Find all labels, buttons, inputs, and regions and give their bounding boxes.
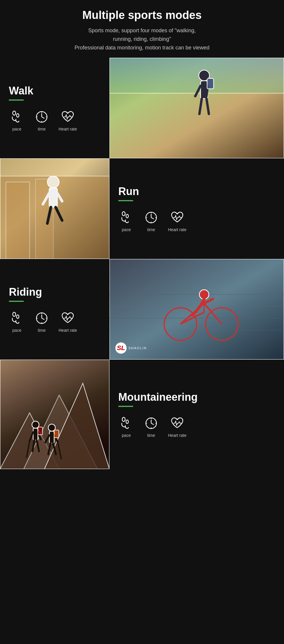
run-heartrate-icon [169, 210, 185, 226]
page-header: Multiple sports modes Sports mode, suppo… [0, 0, 284, 58]
walk-heartrate-label: Heart rate [59, 127, 77, 131]
svg-rect-77 [54, 430, 59, 438]
svg-point-0 [13, 111, 16, 115]
run-time-icon-item: time [143, 210, 159, 232]
walk-photo [109, 58, 284, 158]
run-title: Run [118, 185, 139, 198]
svg-rect-20 [6, 182, 30, 259]
run-pace-icon-item: pace [118, 210, 134, 232]
svg-rect-64 [33, 428, 38, 440]
walk-time-label: time [38, 127, 46, 131]
svg-line-41 [42, 318, 44, 320]
mountaineering-divider [118, 406, 133, 407]
mountain-time-icon [143, 415, 159, 431]
svg-point-22 [47, 176, 59, 188]
riding-icons: pace time [9, 310, 77, 333]
walk-pace-icon [9, 109, 25, 125]
walk-time-icon-item: time [34, 109, 50, 131]
riding-time-label: time [38, 328, 46, 333]
mountaineering-info: Mountaineering pace [109, 360, 284, 469]
walk-heartrate-icon [60, 109, 76, 125]
riding-pace-label: pace [12, 328, 21, 333]
mountaineering-icons: pace time [118, 415, 186, 438]
mountain-heartrate-icon-item: Heart rate [168, 415, 186, 438]
mountain-heartrate-icon [169, 415, 185, 431]
mountaineering-title: Mountaineering [118, 391, 198, 403]
run-info: Run pace [109, 158, 284, 259]
svg-rect-17 [207, 78, 214, 89]
walk-divider [9, 99, 24, 101]
svg-line-4 [42, 117, 44, 118]
header-desc: Sports mode, support four modes of "walk… [12, 26, 272, 52]
svg-point-1 [17, 114, 19, 117]
run-time-label: time [147, 227, 155, 232]
riding-heartrate-icon-item: Heart rate [59, 310, 77, 333]
run-photo [0, 158, 109, 259]
mountain-time-icon-item: time [143, 415, 159, 438]
svg-rect-69 [38, 427, 43, 435]
riding-divider [9, 301, 24, 302]
shaolin-logo: SL SHAOLIN [115, 342, 147, 354]
walk-pace-label: pace [12, 127, 21, 131]
walk-row: Walk pace [0, 58, 284, 158]
riding-row: Riding pace [0, 259, 284, 360]
mountain-image [0, 360, 109, 469]
run-divider [118, 200, 133, 201]
mountain-time-label: time [147, 433, 155, 438]
run-pace-label: pace [122, 227, 131, 232]
riding-title: Riding [9, 286, 42, 298]
run-time-icon [143, 210, 159, 226]
mountain-photo [0, 360, 109, 469]
mountain-pace-icon [118, 415, 134, 431]
svg-line-32 [151, 218, 154, 219]
mountain-pace-icon-item: pace [118, 415, 134, 438]
svg-point-29 [126, 214, 128, 218]
svg-rect-23 [49, 188, 57, 207]
walk-heartrate-icon-item: Heart rate [59, 109, 77, 131]
mountaineering-row: Mountaineering pace [0, 360, 284, 469]
walk-icons: pace time [9, 109, 77, 131]
svg-point-37 [13, 312, 16, 316]
walk-image [109, 58, 284, 158]
svg-point-80 [126, 420, 128, 424]
riding-time-icon [34, 310, 50, 326]
shaolin-circle: SL [115, 342, 127, 354]
run-heartrate-label: Heart rate [168, 227, 186, 232]
shaolin-name: SHAOLIN [128, 346, 147, 350]
riding-heartrate-label: Heart rate [59, 328, 77, 333]
riding-heartrate-icon [60, 310, 76, 326]
mountain-pace-label: pace [122, 433, 131, 438]
walk-time-icon [34, 109, 50, 125]
run-icons: pace time [118, 210, 186, 232]
shaolin-letter: SL [117, 344, 125, 352]
riding-info: Riding pace [0, 259, 109, 360]
svg-rect-10 [109, 58, 284, 93]
run-pace-icon [118, 210, 134, 226]
mountain-heartrate-label: Heart rate [168, 433, 186, 438]
svg-point-79 [122, 417, 125, 421]
run-image [0, 158, 109, 259]
page-title: Multiple sports modes [12, 9, 272, 22]
svg-rect-72 [49, 431, 54, 443]
riding-pace-icon [9, 310, 25, 326]
svg-line-83 [151, 423, 154, 425]
riding-pace-icon-item: pace [9, 310, 25, 333]
svg-point-38 [17, 315, 19, 318]
walk-info: Walk pace [0, 58, 109, 158]
run-heartrate-icon-item: Heart rate [168, 210, 186, 232]
riding-image: SL SHAOLIN [109, 259, 284, 360]
walk-title: Walk [9, 85, 33, 97]
walk-pace-icon-item: pace [9, 109, 25, 131]
run-row: Run pace [0, 158, 284, 259]
riding-time-icon-item: time [34, 310, 50, 333]
svg-point-28 [122, 212, 125, 216]
